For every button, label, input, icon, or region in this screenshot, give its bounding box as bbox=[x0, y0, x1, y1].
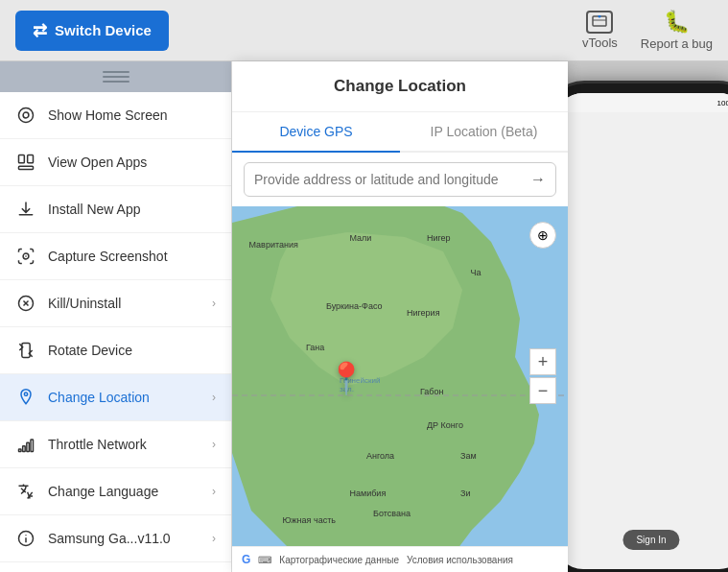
map-label-burkina: Буркина-Фасо bbox=[326, 301, 383, 311]
map-label-drc: ДР Конго bbox=[427, 420, 463, 430]
sidebar-label-change-location: Change Location bbox=[48, 390, 200, 405]
phone-battery-label: 100% bbox=[717, 99, 728, 107]
sidebar-label-rotate-device: Rotate Device bbox=[48, 343, 216, 358]
map-label-gabon: Габон bbox=[420, 387, 444, 396]
zoom-in-button[interactable]: + bbox=[529, 348, 556, 375]
sidebar-item-change-location[interactable]: Change Location › bbox=[0, 374, 231, 421]
map-label-chad: Ча bbox=[471, 268, 481, 277]
africa-map-svg bbox=[232, 206, 568, 546]
network-icon bbox=[15, 434, 36, 455]
sidebar-item-change-language[interactable]: Change Language › bbox=[0, 468, 231, 515]
map-label-south: Южная часть bbox=[283, 515, 336, 525]
modal-tabs: Device GPS IP Location (Beta) bbox=[232, 112, 568, 153]
switch-device-label: Switch Device bbox=[55, 22, 152, 38]
sidebar-item-kill-uninstall[interactable]: Kill/Uninstall › bbox=[0, 280, 231, 327]
top-bar: ⇄ Switch Device vTools 🐛 Report a bug bbox=[0, 0, 728, 61]
sidebar-label-view-open-apps: View Open Apps bbox=[48, 155, 216, 170]
map-view[interactable]: Мавритания Мали Нигер Буркина-Фасо Нигер… bbox=[232, 206, 568, 546]
svg-rect-5 bbox=[19, 155, 25, 163]
top-right-actions: vTools 🐛 Report a bug bbox=[582, 10, 713, 51]
sidebar-label-capture-screenshot: Capture Screenshot bbox=[48, 249, 216, 264]
location-icon bbox=[15, 387, 36, 408]
sidebar-item-install-new-app[interactable]: Install New App bbox=[0, 186, 231, 233]
main-content: Change Location Device GPS IP Location (… bbox=[232, 61, 728, 572]
map-label-mauritania: Мавритания bbox=[249, 240, 298, 250]
vtools-label: vTools bbox=[582, 36, 618, 50]
map-label-ghana: Гана bbox=[306, 343, 324, 352]
chevron-right-icon: › bbox=[212, 438, 216, 451]
map-label-namibia: Намибия bbox=[350, 489, 387, 498]
kill-icon bbox=[15, 293, 36, 314]
map-zoom-controls: + − bbox=[529, 348, 556, 404]
chevron-right-icon: › bbox=[212, 485, 216, 498]
svg-rect-16 bbox=[23, 446, 26, 452]
map-label-nigeria: Нигерия bbox=[407, 308, 440, 318]
sidebar-item-rotate-device[interactable]: Rotate Device bbox=[0, 327, 231, 374]
svg-point-2 bbox=[599, 15, 601, 18]
sidebar-label-install-new-app: Install New App bbox=[48, 202, 216, 217]
language-icon bbox=[15, 481, 36, 502]
phone-status-bar: 100% bbox=[554, 93, 728, 112]
location-search-box[interactable]: → bbox=[244, 162, 556, 197]
location-search-input[interactable] bbox=[254, 172, 523, 187]
phone-content bbox=[554, 112, 728, 120]
map-cartography-label: Картографические данные bbox=[279, 555, 399, 565]
map-label-zambia: Зам bbox=[460, 451, 477, 461]
svg-rect-18 bbox=[31, 440, 34, 452]
svg-rect-17 bbox=[27, 442, 30, 451]
map-background: Мавритания Мали Нигер Буркина-Фасо Нигер… bbox=[232, 206, 568, 546]
sidebar: Show Home Screen View Open Apps Install … bbox=[0, 61, 232, 572]
info-icon bbox=[15, 528, 36, 549]
report-bug-button[interactable]: 🐛 Report a bug bbox=[641, 10, 713, 51]
sidebar-label-kill-uninstall: Kill/Uninstall bbox=[48, 296, 200, 311]
sidebar-item-samsung-info[interactable]: Samsung Ga...v11.0 › bbox=[0, 515, 231, 562]
svg-rect-15 bbox=[19, 449, 22, 452]
sidebar-label-change-language: Change Language bbox=[48, 484, 200, 499]
chevron-right-icon: › bbox=[212, 391, 216, 404]
google-logo: G bbox=[242, 553, 250, 566]
apps-icon bbox=[15, 152, 36, 173]
svg-rect-6 bbox=[28, 155, 34, 163]
sidebar-label-show-home-screen: Show Home Screen bbox=[48, 107, 216, 123]
keyboard-icon: ⌨ bbox=[258, 555, 271, 565]
svg-point-4 bbox=[23, 112, 29, 118]
screenshot-icon bbox=[15, 246, 36, 267]
sidebar-label-samsung-info: Samsung Ga...v11.0 bbox=[48, 531, 200, 546]
sidebar-item-view-open-apps[interactable]: View Open Apps bbox=[0, 139, 231, 186]
sidebar-label-throttle-network: Throttle Network bbox=[48, 437, 200, 452]
crosshair-button[interactable]: ⊕ bbox=[529, 222, 556, 249]
zoom-out-button[interactable]: − bbox=[529, 377, 556, 404]
switch-device-button[interactable]: ⇄ Switch Device bbox=[15, 11, 169, 51]
vtools-icon bbox=[586, 11, 613, 34]
map-location-pin: 📍 bbox=[327, 360, 365, 396]
chevron-right-icon: › bbox=[212, 297, 216, 310]
phone-signin-button[interactable]: Sign In bbox=[622, 530, 679, 550]
map-label-niger: Нигер bbox=[427, 233, 451, 243]
svg-point-3 bbox=[19, 108, 34, 123]
svg-point-9 bbox=[25, 255, 27, 257]
sidebar-item-capture-screenshot[interactable]: Capture Screenshot bbox=[0, 233, 231, 280]
map-footer: G ⌨ Картографические данные Условия испо… bbox=[232, 546, 568, 572]
install-icon bbox=[15, 199, 36, 220]
vtools-button[interactable]: vTools bbox=[582, 11, 618, 50]
phone-mockup: 100% Sign In bbox=[546, 81, 728, 572]
map-label-botswana: Ботсвана bbox=[373, 509, 411, 518]
map-label-angola: Ангола bbox=[366, 451, 394, 461]
tab-device-gps[interactable]: Device GPS bbox=[232, 112, 400, 153]
switch-arrows-icon: ⇄ bbox=[33, 20, 47, 41]
svg-rect-13 bbox=[22, 344, 30, 358]
sidebar-item-throttle-network[interactable]: Throttle Network › bbox=[0, 421, 231, 468]
svg-rect-7 bbox=[19, 166, 34, 169]
map-label-zimbabwe: Зи bbox=[460, 489, 470, 498]
map-label-mali: Мали bbox=[350, 233, 372, 243]
sidebar-handle bbox=[0, 61, 231, 92]
bug-icon: 🐛 bbox=[664, 10, 690, 35]
search-arrow-icon[interactable]: → bbox=[530, 171, 546, 188]
modal-title: Change Location bbox=[232, 61, 568, 112]
drag-handle-icon bbox=[103, 71, 129, 83]
home-icon bbox=[15, 105, 36, 126]
sidebar-item-show-home-screen[interactable]: Show Home Screen bbox=[0, 92, 231, 139]
tab-ip-location[interactable]: IP Location (Beta) bbox=[400, 112, 568, 153]
map-terms-label: Условия использования bbox=[407, 555, 513, 565]
chevron-right-icon: › bbox=[212, 532, 216, 545]
